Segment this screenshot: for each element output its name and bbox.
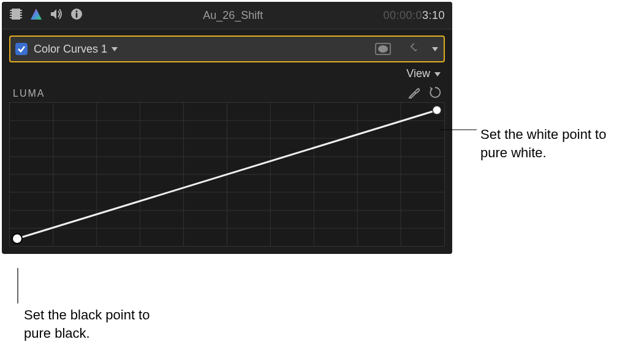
svg-point-14 <box>76 10 78 12</box>
callout-white-point: Set the white point to pure white. <box>480 125 634 162</box>
timecode-active: 3:10 <box>422 9 445 21</box>
effect-header[interactable]: Color Curves 1 <box>9 35 445 62</box>
svg-rect-3 <box>10 10 12 11</box>
inspector-topbar: Au_26_Shift 00:00:03:10 <box>2 2 452 29</box>
clip-title: Au_26_Shift <box>83 9 383 22</box>
color-tab-icon[interactable] <box>30 8 42 23</box>
mask-icon[interactable] <box>375 43 391 55</box>
svg-rect-6 <box>10 17 12 18</box>
svg-rect-4 <box>10 12 12 13</box>
reset-icon[interactable] <box>429 86 441 101</box>
svg-rect-8 <box>20 12 22 13</box>
svg-rect-19 <box>411 43 417 51</box>
svg-rect-15 <box>76 13 78 18</box>
chevron-down-icon <box>111 46 118 52</box>
svg-rect-10 <box>20 17 22 18</box>
svg-marker-21 <box>434 72 441 76</box>
white-point-handle[interactable] <box>433 106 441 114</box>
view-label: View <box>406 67 430 80</box>
black-point-handle[interactable] <box>12 234 22 244</box>
effect-name-label: Color Curves 1 <box>34 43 107 56</box>
svg-rect-5 <box>10 15 12 16</box>
svg-marker-16 <box>112 47 118 51</box>
curve-header: LUMA <box>9 85 445 102</box>
eyedropper-icon[interactable] <box>408 86 420 101</box>
inspector-tab-icons <box>9 8 83 23</box>
video-tab-icon[interactable] <box>9 8 23 23</box>
effect-name-dropdown[interactable]: Color Curves 1 <box>34 43 118 56</box>
view-row: View <box>2 62 452 83</box>
keyframe-icon[interactable] <box>408 43 417 54</box>
view-menu[interactable]: View <box>406 67 441 80</box>
info-tab-icon[interactable] <box>70 8 83 23</box>
checkmark-icon <box>17 45 26 53</box>
luma-curve-grid[interactable] <box>9 102 445 247</box>
luma-curve-section: LUMA <box>9 85 445 247</box>
svg-marker-12 <box>51 9 56 19</box>
effect-menu-chevron-icon[interactable] <box>431 46 439 52</box>
svg-marker-11 <box>31 9 42 20</box>
svg-marker-20 <box>432 47 438 51</box>
curve-label: LUMA <box>13 88 408 99</box>
svg-rect-7 <box>20 10 22 11</box>
timecode: 00:00:03:10 <box>383 9 445 22</box>
chevron-down-icon <box>434 71 441 77</box>
callout-black-point: Set the black point to pure black. <box>24 306 177 342</box>
audio-tab-icon[interactable] <box>50 8 63 23</box>
svg-point-18 <box>378 45 388 53</box>
svg-rect-9 <box>20 15 22 16</box>
timecode-dim: 00:00:0 <box>383 9 422 21</box>
effect-enable-checkbox[interactable] <box>15 43 28 55</box>
inspector-panel: Au_26_Shift 00:00:03:10 Color Curves 1 V… <box>2 2 452 254</box>
